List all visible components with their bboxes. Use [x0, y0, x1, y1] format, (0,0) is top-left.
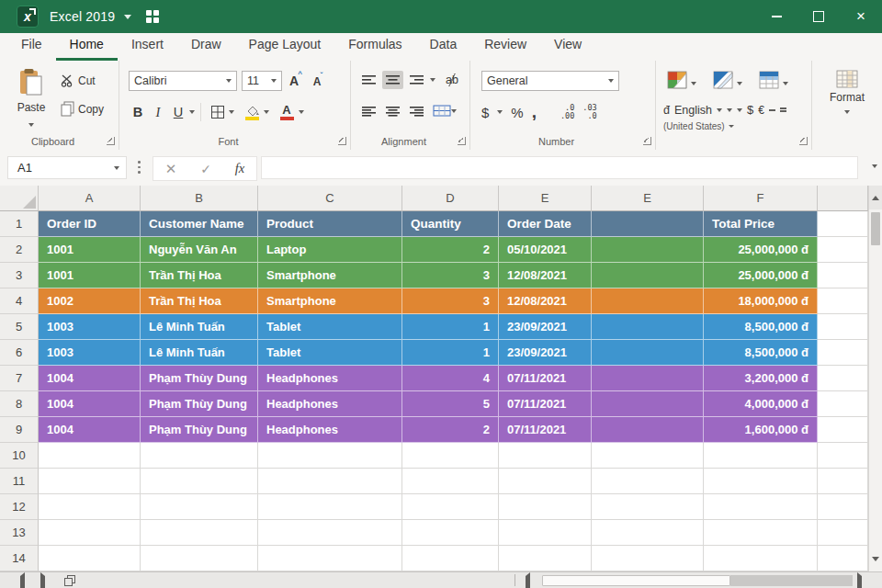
- cell-r1c5[interactable]: Order Date: [499, 211, 592, 237]
- cell-r2c3[interactable]: Laptop: [258, 237, 402, 263]
- tab-home[interactable]: Home: [56, 37, 118, 61]
- app-grid-icon[interactable]: [146, 10, 159, 23]
- cell-r8c2[interactable]: Phạm Thùy Dung: [141, 391, 258, 417]
- minimize-button[interactable]: [755, 0, 797, 33]
- orientation-button[interactable]: ab: [446, 74, 458, 86]
- cell-r3c5[interactable]: 12/08/2021: [499, 263, 592, 288]
- language-dropdown-icon-2[interactable]: [727, 108, 732, 112]
- cell-r10-partial[interactable]: [818, 443, 868, 469]
- cell-r10c1[interactable]: [39, 443, 141, 469]
- cell-r1c7[interactable]: Total Price: [704, 211, 818, 237]
- cell-r12c7[interactable]: [704, 494, 818, 520]
- cell-r4c1[interactable]: 1002: [39, 288, 141, 314]
- cell-r5-partial[interactable]: [818, 314, 868, 340]
- formula-input[interactable]: [261, 156, 858, 179]
- vertical-align-dropdown-icon[interactable]: [430, 78, 435, 82]
- cell-r4c6[interactable]: [592, 288, 704, 314]
- cell-r13-partial[interactable]: [818, 520, 868, 546]
- row-header-6[interactable]: 6: [0, 340, 39, 366]
- cell-r9c6[interactable]: [592, 417, 704, 443]
- cell-r11-partial[interactable]: [818, 469, 868, 494]
- cell-r11c3[interactable]: [258, 469, 402, 494]
- row-header-4[interactable]: 4: [0, 288, 39, 314]
- format-as-table-button[interactable]: [709, 68, 746, 92]
- cell-r3c3[interactable]: Smartphone: [258, 263, 402, 288]
- cell-r7c4[interactable]: 4: [402, 366, 499, 391]
- cell-r8c4[interactable]: 5: [402, 391, 499, 417]
- select-all-corner[interactable]: [0, 186, 39, 211]
- underline-dropdown-icon[interactable]: [189, 110, 195, 114]
- italic-button[interactable]: I: [149, 105, 167, 120]
- cell-r1c4[interactable]: Quantity: [402, 211, 499, 237]
- cell-r9c5[interactable]: 07/11/2021: [499, 417, 592, 443]
- cell-r7-partial[interactable]: [818, 366, 868, 391]
- fill-color-button[interactable]: [240, 102, 273, 123]
- tab-data[interactable]: Data: [416, 37, 471, 61]
- cell-r7c6[interactable]: [592, 366, 704, 391]
- cell-r12c4[interactable]: [402, 494, 499, 520]
- cell-r7c2[interactable]: Phạm Thùy Dung: [141, 366, 258, 391]
- cell-r4c7[interactable]: 18,000,000 đ: [704, 288, 818, 314]
- language-dropdown-icon-1[interactable]: [717, 108, 722, 112]
- cell-r6c3[interactable]: Tablet: [258, 340, 402, 366]
- accounting-dropdown-icon[interactable]: [497, 110, 503, 114]
- tab-draw[interactable]: Draw: [177, 37, 235, 61]
- column-header-A-0[interactable]: A: [39, 186, 141, 211]
- cell-r9c3[interactable]: Headphones: [258, 417, 402, 443]
- tab-view[interactable]: View: [540, 37, 595, 61]
- enter-icon[interactable]: ✓: [200, 162, 211, 176]
- cell-r14c5[interactable]: [499, 546, 592, 571]
- cell-r9c7[interactable]: 1,600,000 đ: [704, 417, 818, 443]
- cell-r10c4[interactable]: [402, 443, 499, 469]
- cell-r5c1[interactable]: 1003: [39, 314, 141, 340]
- cell-r11c2[interactable]: [141, 469, 258, 494]
- cell-r3c6[interactable]: [592, 263, 704, 288]
- tab-formulas[interactable]: Formulas: [334, 37, 415, 61]
- cell-r3c7[interactable]: 25,000,000 đ: [704, 263, 818, 288]
- conditional-formatting-button[interactable]: [663, 68, 700, 92]
- borders-button[interactable]: [207, 102, 238, 122]
- cell-r8-partial[interactable]: [818, 391, 868, 417]
- cell-r4c3[interactable]: Smartphone: [258, 288, 402, 314]
- row-header-2[interactable]: 2: [0, 237, 39, 263]
- cell-r7c3[interactable]: Headphones: [258, 366, 402, 391]
- cell-r14-partial[interactable]: [818, 546, 868, 571]
- row-header-12[interactable]: 12: [0, 494, 39, 520]
- cell-r1c3[interactable]: Product: [258, 211, 402, 237]
- cell-styles-button[interactable]: [755, 68, 792, 92]
- align-middle-button[interactable]: [382, 71, 403, 89]
- cell-r2-partial[interactable]: [818, 237, 868, 263]
- cell-r14c2[interactable]: [141, 546, 258, 571]
- cell-r8c5[interactable]: 07/11/2021: [499, 391, 592, 417]
- format-button[interactable]: Format: [812, 70, 882, 117]
- name-box[interactable]: A1: [7, 156, 127, 179]
- cell-r3c2[interactable]: Trần Thị Hoa: [141, 263, 258, 288]
- cell-r14c7[interactable]: [704, 546, 818, 571]
- sheet-prev-button[interactable]: [20, 576, 25, 588]
- accounting-format-button[interactable]: $: [481, 105, 489, 120]
- column-header-C-2[interactable]: C: [258, 186, 402, 211]
- column-header-B-1[interactable]: B: [141, 186, 258, 211]
- cell-r5c7[interactable]: 8,500,000 đ: [704, 314, 818, 340]
- cell-r2c7[interactable]: 25,000,000 đ: [704, 237, 818, 263]
- column-header-D-3[interactable]: D: [402, 186, 499, 211]
- row-header-9[interactable]: 9: [0, 417, 39, 443]
- cell-r6c1[interactable]: 1003: [39, 340, 141, 366]
- column-header-F-6[interactable]: F: [704, 186, 818, 211]
- paste-button[interactable]: Paste: [11, 68, 51, 130]
- cell-r11c5[interactable]: [499, 469, 592, 494]
- tab-insert[interactable]: Insert: [118, 37, 177, 61]
- row-header-3[interactable]: 3: [0, 263, 39, 288]
- cell-r2c4[interactable]: 2: [402, 237, 499, 263]
- font-dialog-launcher-icon[interactable]: [338, 137, 346, 145]
- increase-font-size-button[interactable]: A^: [287, 74, 306, 88]
- cell-r6c7[interactable]: 8,500,000 đ: [704, 340, 818, 366]
- row-header-7[interactable]: 7: [0, 366, 39, 391]
- cell-r12c1[interactable]: [39, 494, 141, 520]
- formula-bar-expand-icon[interactable]: [872, 164, 877, 168]
- cell-r2c2[interactable]: Nguyễn Văn An: [141, 237, 258, 263]
- title-dropdown-icon[interactable]: [124, 15, 131, 19]
- cell-r13c4[interactable]: [402, 520, 499, 546]
- cell-r8c6[interactable]: [592, 391, 704, 417]
- sheet-next-button[interactable]: [40, 576, 45, 588]
